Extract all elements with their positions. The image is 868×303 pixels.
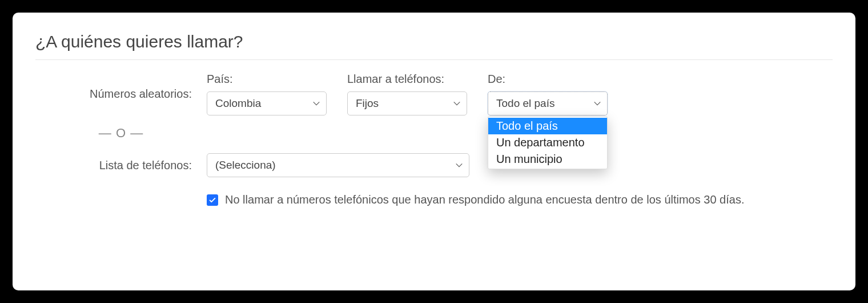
select-from[interactable]: Todo el país [488, 91, 608, 115]
fields-phone-list: (Selecciona) [207, 153, 469, 177]
row-phone-list: Lista de teléfonos: (Selecciona) [35, 153, 833, 177]
label-country: País: [207, 73, 327, 86]
field-country: País: Colombia [207, 73, 327, 115]
dropdown-option[interactable]: Un departamento [488, 134, 607, 151]
select-phone-list-value: (Selecciona) [215, 159, 276, 171]
select-phone-type-value: Fijos [356, 97, 379, 109]
chevron-down-icon [312, 99, 320, 107]
form-area: Números aleatorios: País: Colombia Llama… [35, 73, 833, 206]
or-separator: — O — [35, 126, 207, 141]
chevron-down-icon [593, 99, 601, 107]
select-country-value: Colombia [215, 97, 261, 109]
page-title: ¿A quiénes quieres llamar? [35, 32, 833, 51]
label-phone-list: Lista de teléfonos: [35, 159, 207, 172]
chevron-down-icon [455, 161, 463, 169]
select-phone-type[interactable]: Fijos [347, 91, 467, 115]
row-or: — O — [35, 126, 833, 141]
fields-random: País: Colombia Llamar a teléfonos: Fijos [207, 73, 608, 115]
select-from-value: Todo el país [496, 97, 554, 109]
label-random-numbers: Números aleatorios: [35, 87, 207, 101]
label-call-phones: Llamar a teléfonos: [347, 73, 467, 86]
field-from: De: Todo el país Todo el paísUn departam… [488, 73, 608, 115]
checkbox-no-repeat[interactable] [207, 194, 218, 206]
select-phone-list[interactable]: (Selecciona) [207, 153, 469, 177]
dropdown-from[interactable]: Todo el paísUn departamentoUn municipio [488, 116, 608, 169]
chevron-down-icon [453, 99, 461, 107]
panel: ¿A quiénes quieres llamar? Números aleat… [13, 13, 855, 290]
select-country[interactable]: Colombia [207, 91, 327, 115]
label-from: De: [488, 73, 608, 86]
row-random-numbers: Números aleatorios: País: Colombia Llama… [35, 73, 833, 115]
divider [35, 59, 833, 60]
checkbox-label: No llamar a números telefónicos que haya… [225, 193, 744, 206]
dropdown-option[interactable]: Un municipio [488, 151, 607, 168]
dropdown-option[interactable]: Todo el país [488, 118, 607, 134]
row-checkbox: No llamar a números telefónicos que haya… [35, 193, 833, 206]
field-phone-type: Llamar a teléfonos: Fijos [347, 73, 467, 115]
